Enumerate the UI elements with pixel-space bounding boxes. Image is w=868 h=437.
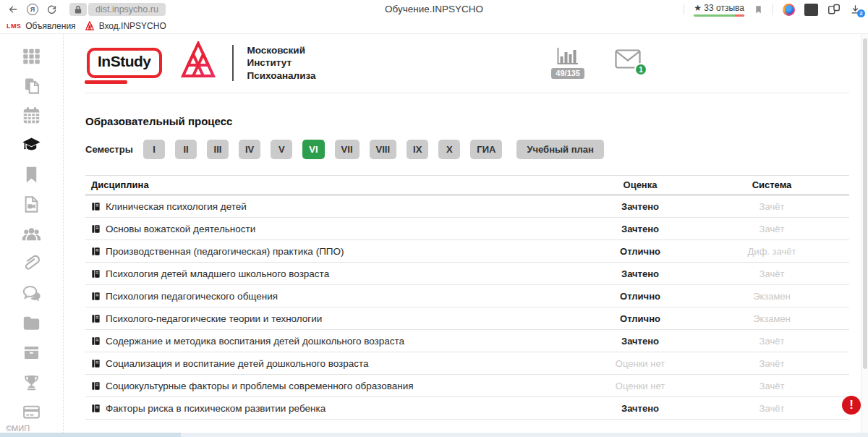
sidebar-item-graduation-cap[interactable] [21, 135, 43, 155]
back-icon[interactable] [7, 4, 19, 14]
table-row[interactable]: Психолого-педагогические теории и технол… [85, 307, 849, 330]
course-name: Психология педагогического общения [106, 291, 278, 302]
course-table-body: Клиническая психология детейЗачтеноЗачёт… [85, 195, 849, 420]
table-row[interactable]: Социокультурные факторы и проблемы совре… [85, 375, 849, 397]
semester-tab-IX[interactable]: IX [407, 140, 428, 159]
messages-button[interactable]: 1 [615, 49, 641, 72]
book-icon [91, 247, 101, 256]
table-row[interactable]: Основы вожатской деятельностиЗачтеноЗачё… [85, 218, 849, 240]
semester-tab-III[interactable]: III [207, 140, 229, 159]
system-cell: Зачёт [694, 336, 849, 347]
mail-badge: 1 [634, 63, 647, 76]
mip-triangle-icon [85, 21, 95, 31]
semester-row: Семестры IIIIIIIVVVIVIIVIIIIXXГИАУчебный… [85, 140, 849, 159]
progress-stats-button[interactable]: 49/135 [551, 47, 584, 79]
site-header: InStudy Московский Институт [85, 34, 849, 93]
semester-tab-V[interactable]: V [271, 140, 292, 159]
semester-tab-Учебный план[interactable]: Учебный план [516, 140, 603, 159]
browser-profile-icon[interactable]: Я [27, 4, 38, 15]
table-row[interactable]: Клиническая психология детейЗачтеноЗачёт [85, 195, 849, 218]
logo-divider [232, 45, 234, 81]
scrollbar-thumb[interactable] [863, 38, 867, 369]
table-row[interactable]: Содержание и методика воспитания детей д… [85, 330, 849, 352]
sidebar-item-chat[interactable] [21, 283, 43, 303]
sidebar-item-people[interactable] [21, 224, 43, 244]
collections-icon[interactable] [827, 4, 841, 15]
bookmark-item[interactable]: LMSОбъявления [7, 21, 76, 31]
instudy-logo[interactable]: InStudy [87, 48, 162, 78]
header-actions: 49/135 1 [551, 47, 641, 79]
book-icon [91, 314, 101, 323]
alert-icon[interactable]: ! [842, 396, 861, 415]
column-system: Система [694, 179, 849, 190]
address-bar[interactable]: dist.inpsycho.ru [69, 3, 166, 16]
sidebar-item-archive[interactable] [21, 342, 43, 362]
star-icon: ★ [694, 3, 702, 13]
system-cell: Экзамен [694, 291, 849, 302]
semester-tab-IV[interactable]: IV [239, 140, 260, 159]
sidebar-item-card[interactable] [21, 402, 43, 422]
course-name-cell[interactable]: Факторы риска в психическом развитии реб… [85, 403, 586, 414]
bookmark-flag-icon[interactable] [754, 4, 763, 15]
course-name-cell[interactable]: Содержание и методика воспитания детей д… [85, 336, 586, 347]
documents-icon [22, 76, 41, 96]
course-name-cell[interactable]: Социокультурные факторы и проблемы совре… [85, 381, 586, 391]
progress-badge: 49/135 [551, 68, 584, 79]
rating-bar [694, 14, 744, 17]
sidebar-item-calendar[interactable] [21, 105, 43, 125]
bottom-strip [0, 433, 868, 437]
semesters-label: Семестры [85, 144, 143, 155]
url-text[interactable]: dist.inpsycho.ru [88, 3, 166, 16]
book-icon [91, 292, 101, 301]
semester-tab-VIII[interactable]: VIII [370, 140, 397, 159]
semester-tab-VII[interactable]: VII [335, 140, 359, 159]
system-cell: Зачёт [694, 224, 849, 234]
course-name-cell[interactable]: Психология детей младшего школьного возр… [85, 268, 586, 279]
sidebar-item-trophy[interactable] [21, 372, 43, 392]
sidebar-item-paperclip[interactable] [21, 253, 43, 273]
course-name: Социокультурные факторы и проблемы совре… [106, 381, 413, 391]
refresh-icon[interactable] [46, 4, 57, 15]
sidebar-item-bookmark[interactable] [21, 164, 43, 184]
archive-icon [22, 343, 41, 362]
lock-icon[interactable] [69, 3, 87, 16]
sidebar-item-video-file[interactable] [21, 194, 43, 214]
table-row[interactable]: Социализация и воспитание детей дошкольн… [85, 352, 849, 375]
semester-tab-ГИА[interactable]: ГИА [470, 140, 502, 159]
course-name-cell[interactable]: Психология педагогического общения [85, 291, 586, 302]
browser-extension-icon[interactable] [783, 4, 795, 16]
sidebar-item-documents[interactable] [21, 75, 43, 96]
system-cell: Зачёт [694, 403, 849, 414]
course-name-cell[interactable]: Социализация и воспитание детей дошкольн… [85, 358, 586, 369]
copyright-label: ©МИП [6, 424, 30, 433]
table-row[interactable]: Психология детей младшего школьного возр… [85, 263, 849, 285]
card-icon [22, 402, 41, 422]
sidebar-item-folder[interactable] [21, 313, 43, 333]
course-name-cell[interactable]: Основы вожатской деятельности [85, 224, 586, 234]
book-icon [91, 269, 101, 279]
semester-tab-VI[interactable]: VI [302, 140, 324, 159]
table-row[interactable]: Производственная (педагогическая) практи… [85, 240, 849, 263]
new-extension-icon[interactable]: NEW [804, 4, 818, 16]
institute-line: Институт [247, 56, 316, 69]
mip-triangle-logo[interactable] [178, 41, 218, 85]
site-reviews-button[interactable]: ★ 33 отзыва [694, 3, 744, 17]
semester-tab-II[interactable]: II [175, 140, 197, 159]
course-name-cell[interactable]: Клиническая психология детей [85, 201, 586, 212]
downloads-badge: 2 [857, 9, 865, 17]
video-file-icon [22, 195, 41, 214]
table-row[interactable]: Факторы риска в психическом развитии реб… [85, 397, 849, 420]
course-name-cell[interactable]: Психолого-педагогические теории и технол… [85, 313, 586, 324]
grade-cell: Зачтено [586, 268, 694, 279]
graduation-cap-icon [22, 135, 41, 155]
course-name: Социализация и воспитание детей дошкольн… [106, 358, 369, 369]
institute-name: Московский Институт Психоанализа [247, 44, 316, 82]
grade-cell: Зачтено [586, 201, 694, 212]
semester-tab-X[interactable]: X [438, 140, 460, 159]
semester-tab-I[interactable]: I [143, 140, 165, 159]
downloads-button[interactable]: 2 [850, 4, 861, 15]
course-name-cell[interactable]: Производственная (педагогическая) практи… [85, 246, 586, 257]
bookmark-item[interactable]: Вход.INPSYCHO [85, 21, 166, 31]
sidebar-item-grid[interactable] [21, 46, 43, 66]
table-row[interactable]: Психология педагогического общенияОтличн… [85, 285, 849, 307]
